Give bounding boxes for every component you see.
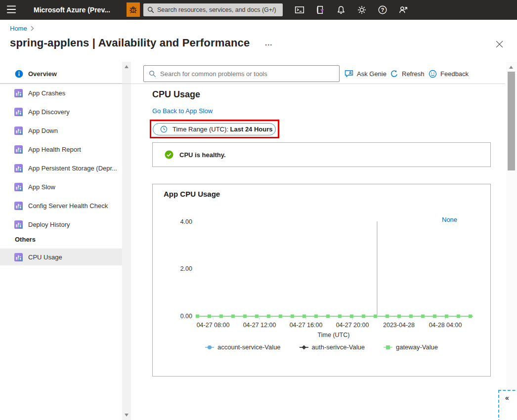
square-marker-icon	[384, 344, 392, 351]
global-search	[143, 3, 283, 16]
detector-icon	[14, 107, 23, 117]
x-tick-label: 04-27 20:00	[336, 322, 369, 329]
y-tick-label: 4.00	[180, 218, 192, 225]
legend-label: account-service-Value	[217, 343, 281, 351]
cpu-usage-chart[interactable]: 4.00 2.00 0.00 04-27 08:00 04-27 12:00 0…	[153, 184, 490, 342]
breadcrumb-home-link[interactable]: Home	[10, 25, 27, 32]
sidebar-item-app-down[interactable]: App Down	[0, 121, 122, 140]
detector-icon	[14, 145, 23, 154]
chart-legend: account-service-Value auth-serivce-Value…	[153, 343, 490, 351]
sidebar-item-config-server-health-check[interactable]: Config Server Health Check	[0, 196, 122, 215]
time-range-value: Last 24 Hours	[230, 126, 273, 133]
detector-sidebar: Overview App Crashes App Discovery App D…	[0, 62, 122, 420]
sidebar-item-label: CPU Usage	[28, 253, 62, 261]
scroll-up-icon[interactable]	[509, 66, 513, 69]
feedback-label: Feedback	[440, 70, 469, 78]
collapse-panel-button[interactable]: «	[502, 393, 512, 403]
x-tick-label: 04-27 16:00	[290, 322, 323, 329]
close-icon[interactable]	[494, 40, 505, 50]
svg-text:?: ?	[381, 7, 384, 13]
detector-heading: CPU Usage	[152, 89, 200, 100]
global-search-input[interactable]	[157, 6, 279, 13]
ask-genie-button[interactable]: Ask Genie	[345, 68, 387, 79]
scroll-down-icon[interactable]	[125, 414, 129, 417]
x-tick-label: 04-28 04:00	[429, 322, 462, 329]
sidebar-item-label: Config Server Health Check	[28, 202, 108, 210]
sidebar-item-label: App Health Report	[28, 146, 81, 153]
legend-item-gateway[interactable]: gateway-Value	[384, 343, 438, 351]
time-range-button[interactable]: Time Range (UTC): Last 24 Hours	[153, 123, 276, 135]
top-bar: Microsoft Azure (Prev...	[0, 0, 517, 20]
sidebar-item-label: App Down	[28, 127, 58, 134]
portal-title: Microsoft Azure (Prev...	[34, 0, 110, 20]
hamburger-icon[interactable]	[5, 4, 18, 16]
sidebar-item-deploy-history[interactable]: Deploy History	[0, 215, 122, 234]
top-bar-icons: ?	[295, 0, 408, 20]
legend-label: auth-serivce-Value	[312, 343, 365, 351]
legend-item-account-service[interactable]: account-service-Value	[205, 343, 281, 351]
back-to-app-slow-link[interactable]: Go Back to App Slow	[152, 107, 213, 115]
toolbar-divider	[0, 84, 505, 84]
sidebar-item-app-discovery[interactable]: App Discovery	[0, 102, 122, 121]
sidebar-item-label: Deploy History	[28, 221, 70, 228]
problem-search	[143, 65, 340, 82]
breadcrumb: Home	[10, 25, 34, 32]
scroll-up-icon[interactable]	[125, 65, 129, 68]
circle-marker-icon	[205, 344, 214, 351]
x-tick-label: 04-27 08:00	[197, 322, 230, 329]
focus-outline-panel: «	[498, 390, 517, 420]
detector-icon	[14, 88, 23, 98]
x-tick-label: 04-27 12:00	[243, 322, 276, 329]
search-icon	[147, 6, 154, 13]
settings-gear-icon[interactable]	[357, 5, 367, 15]
sidebar-item-overview[interactable]: Overview	[0, 66, 122, 82]
status-banner: CPU is healthy.	[152, 142, 491, 167]
sidebar-item-app-health-report[interactable]: App Health Report	[0, 140, 122, 159]
status-message: CPU is healthy.	[179, 151, 226, 159]
sidebar-item-app-slow[interactable]: App Slow	[0, 177, 122, 196]
detector-icon	[14, 164, 23, 173]
detector-icon	[14, 201, 23, 210]
genie-chat-icon	[345, 70, 353, 78]
content-scrollbar[interactable]	[506, 62, 517, 420]
sidebar-item-label: Overview	[28, 70, 57, 78]
directory-filter-icon[interactable]	[315, 5, 325, 15]
bug-icon[interactable]	[127, 2, 140, 17]
sidebar-item-label: App Crashes	[28, 89, 65, 97]
azure-portal-window: Microsoft Azure (Prev...	[0, 0, 517, 420]
sidebar-item-label: App Slow	[28, 183, 55, 191]
cloud-shell-icon[interactable]	[295, 5, 304, 15]
feedback-button[interactable]: Feedback	[429, 68, 469, 79]
sidebar-item-app-crashes[interactable]: App Crashes	[0, 84, 122, 102]
sidebar-item-label: App Persistent Storage (Depr...	[28, 165, 117, 172]
refresh-button[interactable]: Refresh	[390, 68, 425, 79]
healthy-check-icon	[165, 150, 173, 159]
time-range-prefix: Time Range (UTC):	[172, 126, 230, 133]
x-tick-label: 2023-04-28	[383, 322, 415, 329]
legend-item-auth-service[interactable]: auth-serivce-Value	[300, 343, 365, 351]
sidebar-item-label: App Discovery	[28, 108, 70, 116]
help-icon[interactable]: ?	[378, 5, 388, 15]
sidebar-scrollbar[interactable]	[122, 62, 131, 420]
problem-search-input[interactable]	[160, 70, 334, 78]
detector-icon	[14, 126, 23, 135]
page-title: spring-applens | Availability and Perfor…	[10, 37, 250, 49]
more-options-icon[interactable]: ...	[265, 39, 273, 47]
feedback-person-icon[interactable]	[398, 5, 408, 15]
chart-card: App CPU Usage None 4.00 2.00 0.00 04-2	[152, 184, 491, 377]
notifications-bell-icon[interactable]	[336, 5, 346, 15]
search-icon	[149, 70, 156, 78]
title-row: spring-applens | Availability and Perfor…	[0, 37, 517, 54]
legend-label: gateway-Value	[396, 343, 438, 351]
clock-icon	[160, 126, 168, 133]
ask-genie-label: Ask Genie	[357, 70, 387, 78]
chevron-right-icon	[31, 26, 34, 31]
detector-icon	[14, 220, 23, 229]
sidebar-item-cpu-usage[interactable]: CPU Usage	[0, 249, 122, 265]
refresh-label: Refresh	[402, 70, 425, 78]
sidebar-item-app-persistent-storage[interactable]: App Persistent Storage (Depr...	[0, 159, 122, 177]
y-tick-label: 0.00	[180, 313, 192, 320]
x-axis-title: Time (UTC)	[318, 332, 350, 338]
scrollbar-thumb[interactable]	[508, 72, 515, 170]
sidebar-section-others: Others	[15, 236, 36, 243]
